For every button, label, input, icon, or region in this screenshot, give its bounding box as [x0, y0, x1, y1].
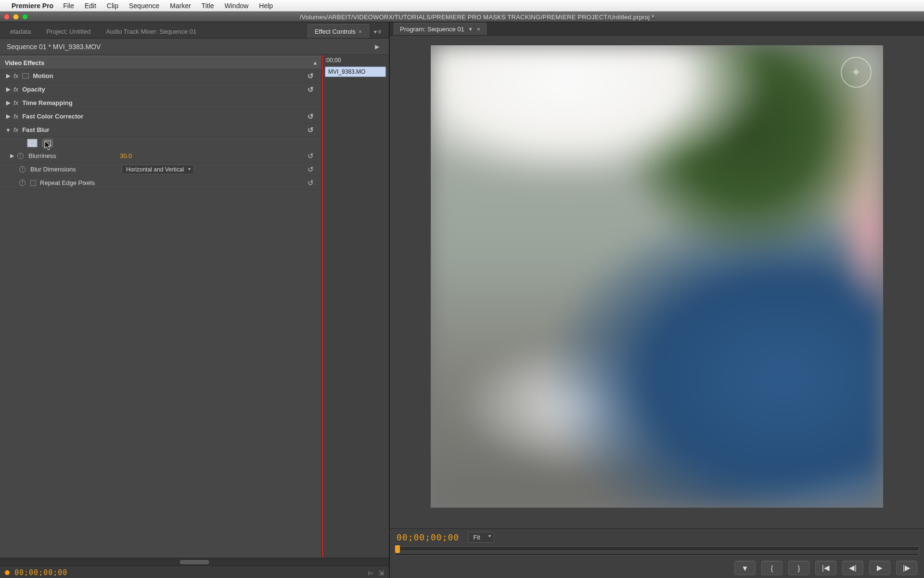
effect-label: Time Remapping — [22, 99, 317, 106]
program-footer: 00;00;00;00 Fit ▼ { } |◀ ◀| ▶ |▶ — [390, 528, 924, 578]
timelane-playhead[interactable] — [322, 55, 323, 558]
mark-out-button[interactable]: { — [761, 561, 783, 575]
menu-marker[interactable]: Marker — [170, 2, 191, 10]
effect-timelane[interactable]: :00;00 MVI_9383.MO — [321, 55, 389, 558]
effect-label: Fast Color Corrector — [22, 113, 305, 120]
transport-bar: ▼ { } |◀ ◀| ▶ |▶ — [390, 557, 924, 578]
timelane-timecode: :00;00 — [322, 55, 389, 66]
effect-fast-blur[interactable]: ▼ fx Fast Blur ↺ — [0, 123, 321, 137]
left-tabstrip: etadata Project: Untitled Audio Track Mi… — [0, 22, 389, 39]
repeat-edge-label: Repeat Edge Pixels — [40, 179, 95, 186]
prop-blurriness: ▶ Blurriness 30.0 ↺ — [0, 149, 321, 163]
tab-metadata[interactable]: etadata — [3, 24, 38, 38]
window-zoom-button[interactable] — [22, 14, 28, 20]
reset-icon[interactable]: ↺ — [305, 112, 317, 121]
program-timecode[interactable]: 00;00;00;00 — [397, 532, 459, 542]
effect-opacity[interactable]: ▶ fx Opacity ↺ — [0, 83, 321, 96]
menu-file[interactable]: File — [63, 2, 74, 10]
step-fwd-button[interactable]: |▶ — [896, 561, 917, 575]
twirl-icon[interactable]: ▼ — [5, 127, 12, 133]
program-scrub-track[interactable] — [395, 546, 919, 551]
reset-icon[interactable]: ↺ — [305, 152, 317, 160]
section-label: Video Effects — [5, 59, 44, 66]
window-controls — [4, 14, 28, 20]
app-name[interactable]: Premiere Pro — [12, 2, 53, 10]
reset-icon[interactable]: ↺ — [305, 126, 317, 134]
effect-label: Fast Blur — [22, 126, 305, 133]
stopwatch-icon[interactable] — [19, 166, 26, 172]
effect-controls-panel: Sequence 01 * MVI_9383.MOV ▶ Video Effec… — [0, 39, 389, 578]
effect-motion[interactable]: ▶ fx Motion ↺ — [0, 69, 321, 83]
motion-bypass-box[interactable] — [22, 73, 29, 79]
tab-program-monitor[interactable]: Program: Sequence 01 ▼ × — [394, 23, 487, 35]
timelane-clip-chip[interactable]: MVI_9383.MO — [325, 66, 386, 77]
prop-blur-dimensions: Blur Dimensions Horizontal and Vertical … — [0, 163, 321, 176]
close-tab-icon[interactable]: × — [359, 28, 362, 35]
effect-fast-color-corrector[interactable]: ▶ fx Fast Color Corrector ↺ — [0, 110, 321, 123]
repeat-edge-checkbox[interactable] — [30, 180, 36, 186]
footer-icon-b[interactable]: ⇲ — [378, 569, 384, 577]
twirl-icon[interactable]: ▶ — [5, 113, 12, 119]
stopwatch-icon[interactable] — [19, 180, 26, 186]
stopwatch-icon[interactable] — [17, 153, 24, 159]
tab-audio-mixer[interactable]: Audio Track Mixer: Sequence 01 — [99, 24, 204, 38]
fx-badge-icon: fx — [13, 86, 18, 93]
menu-edit[interactable]: Edit — [85, 2, 96, 10]
panel-menu-icon[interactable]: ▾≡ — [370, 26, 386, 38]
program-monitor-pane: Program: Sequence 01 ▼ × ✦ 00;00;00;00 F… — [390, 22, 924, 578]
record-indicator-icon — [5, 570, 10, 575]
prop-label: Blur Dimensions — [30, 166, 122, 173]
menu-window[interactable]: Window — [225, 2, 249, 10]
watermark-icon: ✦ — [841, 57, 872, 88]
video-frame: ✦ — [431, 45, 883, 508]
show-timeline-icon[interactable]: ▶ — [372, 43, 382, 50]
window-title-path: /Volumes/ARBEIT/VIDEOWORX/TUTORIALS/PREM… — [34, 13, 920, 21]
window-minimize-button[interactable] — [13, 14, 19, 20]
mac-menubar: Premiere Pro File Edit Clip Sequence Mar… — [0, 0, 924, 12]
program-scrub-area — [390, 545, 924, 557]
go-to-in-button[interactable]: } — [788, 561, 809, 575]
mask-rectangle-button[interactable] — [42, 139, 53, 147]
video-effects-section[interactable]: Video Effects ▴ — [0, 56, 321, 69]
menu-title[interactable]: Title — [202, 2, 214, 10]
fx-badge-icon: fx — [13, 113, 18, 120]
section-collapse-icon[interactable]: ▴ — [314, 60, 317, 66]
tab-effect-controls[interactable]: Effect Controls× — [308, 24, 369, 38]
effect-controls-clip-header: Sequence 01 * MVI_9383.MOV — [7, 43, 101, 51]
window-close-button[interactable] — [4, 14, 10, 20]
twirl-icon[interactable]: ▶ — [9, 153, 15, 159]
sequence-dropdown-icon[interactable]: ▼ — [468, 26, 473, 32]
blur-dimensions-dropdown[interactable]: Horizontal and Vertical — [122, 165, 194, 174]
reset-icon[interactable]: ↺ — [305, 165, 317, 174]
fx-badge-icon: fx — [13, 99, 18, 106]
mask-ellipse-button[interactable] — [27, 139, 38, 147]
close-tab-icon[interactable]: × — [477, 26, 481, 33]
program-monitor-viewport[interactable]: ✦ — [390, 36, 924, 528]
reset-icon[interactable]: ↺ — [305, 72, 317, 80]
menu-clip[interactable]: Clip — [107, 2, 118, 10]
footer-icon-a[interactable]: ▻ — [368, 569, 373, 577]
effect-footer-timecode[interactable]: 00;00;00;00 — [14, 568, 67, 577]
zoom-dropdown[interactable]: Fit — [468, 532, 494, 543]
effect-tree-scrollbar[interactable] — [0, 558, 389, 565]
reset-icon[interactable]: ↺ — [305, 179, 317, 187]
menu-sequence[interactable]: Sequence — [129, 2, 159, 10]
go-to-out-button[interactable]: |◀ — [815, 561, 836, 575]
play-button[interactable]: ▶ — [869, 561, 890, 575]
blurriness-value[interactable]: 30.0 — [120, 152, 132, 159]
reset-icon[interactable]: ↺ — [305, 85, 317, 94]
tab-project[interactable]: Project: Untitled — [39, 24, 98, 38]
effect-time-remapping[interactable]: ▶ fx Time Remapping — [0, 96, 321, 110]
program-zoom-bar[interactable] — [395, 553, 919, 556]
step-back-button[interactable]: ◀| — [842, 561, 863, 575]
effect-tree: Video Effects ▴ ▶ fx Motion ↺ ▶ fx — [0, 55, 321, 558]
twirl-icon[interactable]: ▶ — [5, 100, 12, 106]
left-pane: etadata Project: Untitled Audio Track Mi… — [0, 22, 390, 578]
program-playhead[interactable] — [395, 545, 400, 553]
menu-help[interactable]: Help — [259, 2, 273, 10]
mark-in-button[interactable]: ▼ — [734, 561, 756, 575]
twirl-icon[interactable]: ▶ — [5, 86, 12, 92]
program-tabstrip: Program: Sequence 01 ▼ × — [390, 22, 924, 36]
fx-badge-icon: fx — [13, 72, 18, 79]
twirl-icon[interactable]: ▶ — [5, 73, 12, 79]
